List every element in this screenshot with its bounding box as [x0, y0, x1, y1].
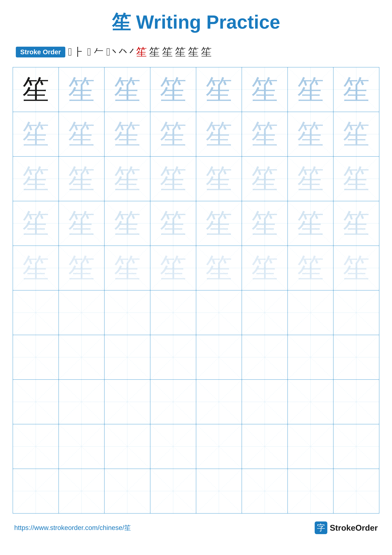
grid-cell-2-1: 笙	[13, 112, 59, 156]
grid-cell-9-3	[105, 424, 150, 469]
footer-logo: 字 StrokeOrder	[315, 521, 378, 534]
grid-cell-4-6: 笙	[242, 201, 288, 246]
grid-cell-2-3: 笙	[105, 112, 150, 156]
grid-cell-9-5	[196, 424, 242, 469]
grid-cell-8-2	[59, 380, 105, 424]
stroke-12: 笙	[201, 45, 212, 59]
grid-cell-9-2	[59, 424, 105, 469]
grid-cell-8-6	[242, 380, 288, 424]
grid-cell-9-4	[150, 424, 196, 469]
grid-cell-4-3: 笙	[105, 201, 150, 246]
grid-cell-7-6	[242, 335, 288, 380]
practice-char-l1: 笙	[205, 76, 232, 103]
grid-cell-6-5	[196, 291, 242, 335]
practice-char-l1: 笙	[297, 76, 324, 103]
grid-cell-10-7	[288, 469, 334, 513]
stroke-5: 𠃊	[106, 46, 110, 58]
grid-cell-2-6: 笙	[242, 112, 288, 156]
grid-cell-8-4	[150, 380, 196, 424]
grid-cell-3-6: 笙	[242, 157, 288, 201]
footer: https://www.strokeorder.com/chinese/笙 字 …	[13, 521, 379, 534]
grid-row-1: 笙 笙 笙 笙 笙 笙 笙 笙	[13, 67, 379, 112]
grid-row-8	[13, 380, 379, 424]
grid-cell-7-2	[59, 335, 105, 380]
grid-cell-9-1	[13, 424, 59, 469]
grid-cell-10-2	[59, 469, 105, 513]
stroke-8: 笙	[149, 45, 160, 59]
stroke-9: 笙	[162, 45, 173, 59]
grid-row-2: 笙 笙 笙 笙 笙 笙 笙 笙	[13, 112, 379, 157]
grid-cell-6-7	[288, 291, 334, 335]
grid-row-10	[13, 469, 379, 513]
stroke-10: 笙	[175, 45, 186, 59]
grid-cell-6-8	[334, 291, 379, 335]
grid-cell-5-8: 笙	[334, 246, 379, 290]
grid-cell-2-5: 笙	[196, 112, 242, 156]
grid-cell-8-5	[196, 380, 242, 424]
practice-char-l1: 笙	[160, 76, 187, 103]
grid-cell-3-2: 笙	[59, 157, 105, 201]
grid-cell-7-1	[13, 335, 59, 380]
stroke-4: 𠂉	[93, 46, 104, 58]
footer-logo-text: StrokeOrder	[330, 523, 378, 533]
grid-cell-10-1	[13, 469, 59, 513]
grid-cell-2-4: 笙	[150, 112, 196, 156]
grid-cell-10-8	[334, 469, 379, 513]
grid-cell-5-7: 笙	[288, 246, 334, 290]
grid-cell-3-7: 笙	[288, 157, 334, 201]
grid-cell-3-3: 笙	[105, 157, 150, 201]
grid-row-6	[13, 291, 379, 335]
grid-cell-1-5: 笙	[196, 67, 242, 112]
stroke-1: 𠃌	[68, 46, 72, 58]
grid-cell-4-5: 笙	[196, 201, 242, 246]
title-text: Writing Practice	[131, 11, 280, 33]
grid-row-9	[13, 424, 379, 469]
grid-cell-2-7: 笙	[288, 112, 334, 156]
grid-cell-5-5: 笙	[196, 246, 242, 290]
grid-cell-3-4: 笙	[150, 157, 196, 201]
stroke-3: 𠃌	[87, 46, 91, 58]
practice-char-l1: 笙	[251, 76, 278, 103]
grid-row-7	[13, 335, 379, 380]
grid-cell-2-8: 笙	[334, 112, 379, 156]
grid-cell-8-1	[13, 380, 59, 424]
practice-char-l1: 笙	[68, 76, 95, 103]
grid-cell-4-1: 笙	[13, 201, 59, 246]
grid-cell-4-7: 笙	[288, 201, 334, 246]
grid-cell-8-7	[288, 380, 334, 424]
stroke-order-chars: 𠃌 ⺊ 𠃌 𠂉 𠃊 丷丷 笙 笙 笙 笙 笙 笙	[68, 45, 212, 59]
stroke-order-row: Stroke Order 𠃌 ⺊ 𠃌 𠂉 𠃊 丷丷 笙 笙 笙 笙 笙 笙	[13, 45, 379, 59]
grid-cell-10-3	[105, 469, 150, 513]
page-title: 笙 Writing Practice	[13, 9, 379, 35]
grid-cell-7-3	[105, 335, 150, 380]
grid-cell-5-4: 笙	[150, 246, 196, 290]
grid-cell-8-3	[105, 380, 150, 424]
grid-cell-6-2	[59, 291, 105, 335]
grid-row-4: 笙 笙 笙 笙 笙 笙 笙 笙	[13, 201, 379, 246]
grid-cell-3-1: 笙	[13, 157, 59, 201]
grid-cell-7-5	[196, 335, 242, 380]
grid-cell-5-6: 笙	[242, 246, 288, 290]
grid-row-3: 笙 笙 笙 笙 笙 笙 笙 笙	[13, 157, 379, 201]
stroke-11: 笙	[188, 45, 199, 59]
stroke-order-badge: Stroke Order	[16, 47, 65, 58]
footer-logo-icon: 字	[315, 521, 327, 534]
grid-cell-8-8	[334, 380, 379, 424]
grid-cell-6-1	[13, 291, 59, 335]
grid-cell-5-2: 笙	[59, 246, 105, 290]
title-character: 笙	[112, 11, 131, 33]
grid-cell-5-3: 笙	[105, 246, 150, 290]
grid-cell-5-1: 笙	[13, 246, 59, 290]
grid-cell-7-7	[288, 335, 334, 380]
practice-char-l1: 笙	[343, 76, 370, 103]
grid-cell-7-8	[334, 335, 379, 380]
grid-cell-10-4	[150, 469, 196, 513]
grid-cell-6-6	[242, 291, 288, 335]
grid-cell-1-2: 笙	[59, 67, 105, 112]
practice-char-dark: 笙	[22, 76, 49, 103]
grid-cell-3-8: 笙	[334, 157, 379, 201]
grid-cell-1-3: 笙	[105, 67, 150, 112]
grid-cell-9-6	[242, 424, 288, 469]
grid-cell-6-3	[105, 291, 150, 335]
stroke-7: 笙	[136, 45, 147, 59]
